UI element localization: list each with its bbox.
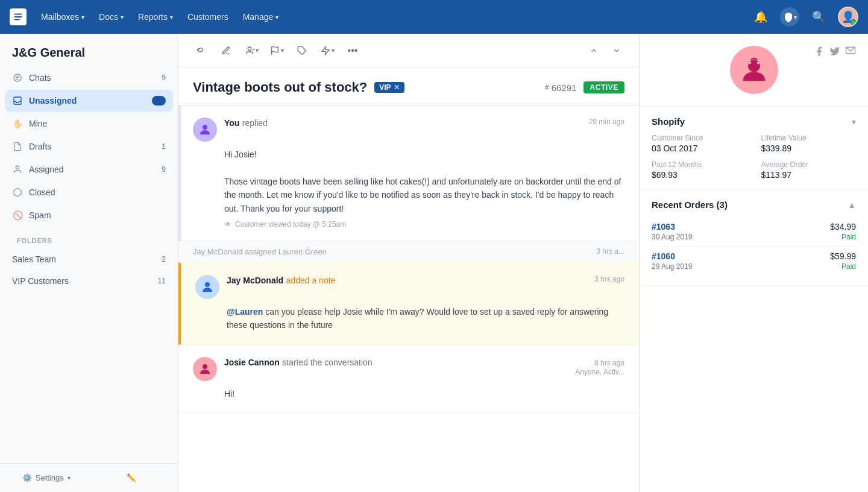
nav-customers[interactable]: Customers <box>187 12 228 22</box>
next-button[interactable] <box>606 40 627 61</box>
compose-button[interactable]: ✏️ <box>90 468 174 487</box>
message-viewed: 👁 Customer viewed today @ 5:25am <box>224 220 624 229</box>
sidebar-item-mine[interactable]: ✋ Mine <box>5 113 173 134</box>
avatar-jay <box>195 275 219 299</box>
person-icon <box>12 164 23 175</box>
prev-button[interactable] <box>583 40 604 61</box>
sidebar-item-drafts[interactable]: Drafts 1 <box>5 136 173 157</box>
order-number-1060[interactable]: #1060 <box>652 251 692 261</box>
vip-remove-button[interactable]: ✕ <box>394 83 400 92</box>
message-body-1: Hi Josie! Those vintage boots have been … <box>224 148 624 215</box>
unassigned-label: Unassigned <box>29 96 146 106</box>
top-navigation: Mailboxes ▾ Docs ▾ Reports ▾ Customers M… <box>0 0 868 34</box>
recent-orders-header[interactable]: Recent Orders (3) ▲ <box>652 200 856 210</box>
settings-arrow: ▾ <box>68 475 71 481</box>
past12-label: Past 12 Months <box>652 160 747 169</box>
conversation-id: # 66291 <box>545 83 576 93</box>
vip-tag: VIP ✕ <box>374 82 404 93</box>
message-action-3: started the conversation <box>282 358 372 367</box>
message-block-3: Josie Cannon started the conversation 8 … <box>178 345 639 413</box>
message-sender-2: Jay McDonald <box>227 276 283 285</box>
drafts-label: Drafts <box>29 142 156 151</box>
drafts-count: 1 <box>162 142 166 151</box>
sales-team-count: 2 <box>162 255 166 263</box>
svg-point-2 <box>16 166 19 169</box>
avg-order-label: Average Order <box>761 160 857 169</box>
sidebar-item-vip-customers[interactable]: VIP Customers 11 <box>5 271 173 291</box>
sidebar: J&G General Chats 9 Unassigned 3 ✋ Mine <box>0 34 178 492</box>
sidebar-item-closed[interactable]: Closed <box>5 181 173 203</box>
order-date-1060: 29 Aug 2019 <box>652 262 692 271</box>
admin-menu-button[interactable]: ▾ <box>780 7 799 27</box>
sales-team-label: Sales Team <box>12 254 156 264</box>
recent-orders-section: Recent Orders (3) ▲ #1063 30 Aug 2019 $3… <box>640 190 868 286</box>
social-links <box>814 46 856 59</box>
message-action-2: added a note <box>286 276 336 285</box>
compose-icon: ✏️ <box>127 473 136 482</box>
order-right-1060: $59.99 Paid <box>830 251 856 271</box>
svg-point-3 <box>248 47 251 50</box>
viewed-text: Customer viewed today @ 5:25am <box>235 220 346 229</box>
avg-order-value: $113.97 <box>761 170 857 180</box>
settings-button[interactable]: ⚙️ Settings ▾ <box>5 468 88 487</box>
order-amount-1060: $59.99 <box>830 251 856 261</box>
nav-manage[interactable]: Manage ▾ <box>243 12 279 22</box>
avatar-josie <box>193 357 217 381</box>
hand-icon: ✋ <box>12 118 23 129</box>
docs-dropdown-arrow: ▾ <box>121 14 124 20</box>
user-avatar[interactable]: 👤 <box>838 7 858 27</box>
system-message-text: Jay McDonald assigned Lauren Green <box>193 247 327 256</box>
nav-mailboxes[interactable]: Mailboxes ▾ <box>41 12 84 22</box>
action-button[interactable]: ▾ <box>317 40 338 61</box>
message-header-1: You replied 29 min ago <box>193 118 624 142</box>
message-sender-1: You <box>224 118 239 128</box>
assigned-count: 9 <box>162 165 166 174</box>
shopify-section: Shopify ▾ Customer Since 03 Oct 2017 Lif… <box>640 107 868 190</box>
nav-reports[interactable]: Reports ▾ <box>138 12 173 22</box>
sidebar-item-assigned[interactable]: Assigned 9 <box>5 159 173 180</box>
message-block-1: You replied 29 min ago Hi Josie! Those v… <box>178 106 639 241</box>
shopify-collapse-icon: ▾ <box>852 117 856 127</box>
manage-dropdown-arrow: ▾ <box>275 14 278 20</box>
message-body-3: Hi! <box>224 387 624 400</box>
facebook-icon[interactable] <box>814 46 825 59</box>
undo-button[interactable] <box>190 40 211 61</box>
order-right-1063: $34.99 Paid <box>830 222 856 241</box>
sidebar-item-unassigned[interactable]: Unassigned 3 <box>5 90 173 112</box>
svg-point-13 <box>757 62 759 64</box>
shopify-title: Shopify <box>652 116 685 127</box>
nav-docs[interactable]: Docs ▾ <box>99 12 124 22</box>
email-icon[interactable] <box>845 46 856 59</box>
drafts-icon <box>12 141 23 152</box>
chats-count: 9 <box>162 74 166 82</box>
tag-button[interactable] <box>292 40 312 61</box>
notifications-button[interactable]: 🔔 <box>751 7 770 27</box>
toolbar: ▾ ▾ ▾ ••• <box>178 34 639 68</box>
sidebar-item-chats[interactable]: Chats 9 <box>5 67 173 89</box>
edit-button[interactable] <box>216 40 236 61</box>
customer-since-block: Customer Since 03 Oct 2017 <box>652 134 747 153</box>
sidebar-item-sales-team[interactable]: Sales Team 2 <box>5 249 173 270</box>
customer-since-value: 03 Oct 2017 <box>652 144 747 153</box>
order-number-1063[interactable]: #1063 <box>652 222 692 232</box>
order-date-1063: 30 Aug 2019 <box>652 233 692 241</box>
sidebar-item-spam[interactable]: 🚫 Spam <box>5 204 173 226</box>
svg-rect-1 <box>14 97 21 104</box>
message-block-2: Jay McDonald added a note 3 hrs ago @Lau… <box>178 263 639 345</box>
flag-button[interactable]: ▾ <box>266 40 287 61</box>
lifetime-value-block: Lifetime Value $339.89 <box>761 134 857 153</box>
more-button[interactable]: ••• <box>342 40 363 61</box>
settings-label: Settings <box>36 473 64 482</box>
messages-area: You replied 29 min ago Hi Josie! Those v… <box>178 106 639 492</box>
search-button[interactable]: 🔍 <box>809 7 828 27</box>
sidebar-nav: Chats 9 Unassigned 3 ✋ Mine Drafts 1 <box>0 67 178 463</box>
svg-point-7 <box>203 125 207 130</box>
twitter-icon[interactable] <box>829 46 840 59</box>
logo[interactable] <box>10 8 27 25</box>
order-status-1063: Paid <box>830 233 856 241</box>
assign-button[interactable]: ▾ <box>241 40 262 61</box>
message-sender-3: Josie Cannon <box>224 358 280 367</box>
shopify-header[interactable]: Shopify ▾ <box>652 116 856 127</box>
message-header-3: Josie Cannon started the conversation 8 … <box>193 357 624 381</box>
online-indicator <box>851 19 857 25</box>
